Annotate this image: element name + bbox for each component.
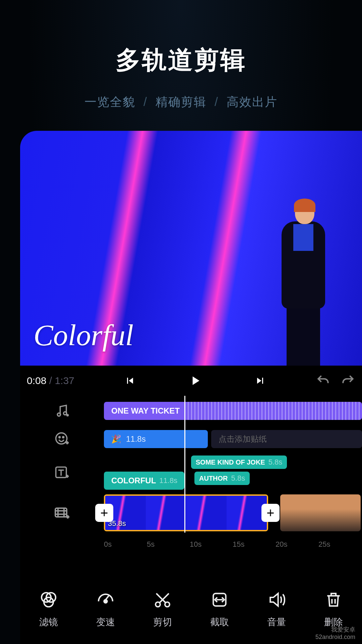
hero-header: 多轨道剪辑 一览全貌 / 精确剪辑 / 高效出片 bbox=[0, 0, 362, 110]
text-clip-author[interactable]: AUTHOR 5.8s bbox=[194, 472, 250, 485]
ruler-tick: 25s bbox=[318, 540, 361, 549]
hero-subtitle: 一览全貌 / 精确剪辑 / 高效出片 bbox=[0, 94, 362, 110]
text-clip-joke[interactable]: SOME KIND OF JOKE 5.8s bbox=[191, 455, 287, 469]
add-clip-after-button[interactable]: + bbox=[261, 504, 280, 522]
hero-sub-3: 高效出片 bbox=[227, 95, 278, 109]
editor-panel: Colorful 0:08 / 1:37 bbox=[20, 131, 362, 644]
svg-point-10 bbox=[104, 600, 107, 603]
undo-button[interactable] bbox=[316, 373, 330, 388]
video-clip-1[interactable]: 35.8s bbox=[104, 494, 268, 531]
cut-tool[interactable]: 剪切 bbox=[134, 590, 191, 644]
next-button[interactable] bbox=[253, 373, 267, 388]
svg-point-3 bbox=[59, 437, 60, 438]
current-time: 0:08 bbox=[27, 375, 46, 386]
tool-label: 变速 bbox=[96, 616, 115, 629]
ruler-tick: 5s bbox=[147, 540, 190, 549]
video-clip-2[interactable] bbox=[280, 494, 361, 531]
tool-label: 滤镜 bbox=[39, 616, 58, 629]
hero-sep: / bbox=[215, 95, 219, 109]
total-duration: 1:37 bbox=[55, 375, 74, 386]
add-music-icon[interactable] bbox=[20, 404, 104, 418]
text-clip-duration: 11.8s bbox=[159, 476, 177, 485]
ruler-tick: 10s bbox=[190, 540, 233, 549]
add-video-icon[interactable] bbox=[20, 505, 104, 521]
text-clip-label: SOME KIND OF JOKE bbox=[196, 459, 265, 466]
playback-time: 0:08 / 1:37 bbox=[27, 375, 74, 386]
playback-controls: 0:08 / 1:37 bbox=[20, 366, 362, 396]
ruler-tick: 0s bbox=[104, 540, 147, 549]
ruler-tick: 15s bbox=[233, 540, 276, 549]
music-clip[interactable]: ONE WAY TICKET bbox=[104, 402, 362, 420]
hero-sub-1: 一览全貌 bbox=[84, 95, 135, 109]
svg-point-0 bbox=[57, 413, 60, 416]
text-track: SOME KIND OF JOKE 5.8s COLORFUL 11.8s AU… bbox=[20, 455, 362, 490]
preview-overlay-text: Colorful bbox=[34, 318, 133, 352]
watermark-text: 我爱安卓 bbox=[331, 626, 355, 634]
sticker-track: 🎉 11.8s 点击添加贴纸 bbox=[20, 427, 362, 451]
crop-tool[interactable]: 截取 bbox=[191, 590, 248, 644]
add-text-icon[interactable] bbox=[20, 465, 104, 480]
tool-label: 剪切 bbox=[153, 616, 172, 629]
watermark: 我爱安卓 52android.com bbox=[315, 626, 355, 641]
watermark-url: 52android.com bbox=[315, 634, 355, 641]
text-clip-label: COLORFUL bbox=[111, 476, 156, 485]
hero-sub-2: 精确剪辑 bbox=[156, 95, 206, 109]
text-clip-label: AUTHOR bbox=[199, 475, 228, 482]
playhead[interactable] bbox=[184, 396, 185, 533]
add-clip-before-button[interactable]: + bbox=[95, 504, 113, 522]
video-preview[interactable]: Colorful bbox=[20, 131, 362, 366]
text-clip-duration: 5.8s bbox=[268, 458, 283, 467]
svg-point-2 bbox=[56, 433, 67, 444]
preview-figure bbox=[268, 198, 335, 366]
volume-tool[interactable]: 音量 bbox=[248, 590, 305, 644]
music-track: ONE WAY TICKET bbox=[20, 399, 362, 423]
svg-rect-6 bbox=[55, 508, 67, 517]
hero-sep: / bbox=[143, 95, 147, 109]
time-ruler: 0s 5s 10s 15s 20s 25s bbox=[20, 536, 362, 553]
sticker-emoji: 🎉 bbox=[111, 434, 121, 444]
timeline-tracks: ONE WAY TICKET 🎉 11.8s 点击添加贴纸 bbox=[20, 396, 362, 553]
bottom-toolbar: 滤镜 变速 剪切 截取 音量 删除 bbox=[20, 584, 362, 644]
redo-button[interactable] bbox=[341, 373, 355, 388]
prev-button[interactable] bbox=[123, 373, 137, 388]
text-clip-duration: 5.8s bbox=[231, 474, 245, 483]
tool-label: 截取 bbox=[210, 616, 229, 629]
ruler-tick: 20s bbox=[276, 540, 318, 549]
waveform-icon bbox=[184, 402, 362, 420]
sticker-duration: 11.8s bbox=[126, 434, 146, 444]
add-sticker-icon[interactable] bbox=[20, 432, 104, 446]
add-sticker-hint[interactable]: 点击添加贴纸 bbox=[211, 430, 362, 448]
speed-tool[interactable]: 变速 bbox=[77, 590, 134, 644]
tool-label: 音量 bbox=[267, 616, 286, 629]
svg-point-1 bbox=[64, 412, 67, 415]
svg-point-4 bbox=[63, 437, 64, 438]
sticker-clip[interactable]: 🎉 11.8s bbox=[104, 430, 208, 448]
filter-tool[interactable]: 滤镜 bbox=[20, 590, 77, 644]
music-clip-title: ONE WAY TICKET bbox=[111, 406, 180, 416]
hero-title: 多轨道剪辑 bbox=[0, 44, 362, 77]
play-button[interactable] bbox=[188, 373, 202, 388]
text-clip-colorful[interactable]: COLORFUL 11.8s bbox=[104, 472, 184, 490]
video-track: + 35.8s + bbox=[20, 494, 362, 531]
